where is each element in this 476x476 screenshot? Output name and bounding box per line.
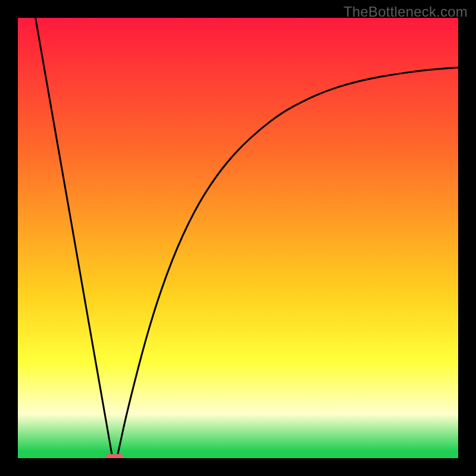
plot-area [18, 18, 458, 458]
background-gradient [18, 18, 458, 458]
baseline-strip [18, 451, 458, 458]
svg-rect-0 [18, 18, 458, 458]
minimum-marker [105, 454, 124, 458]
chart-container: TheBottleneck.com [0, 0, 476, 476]
